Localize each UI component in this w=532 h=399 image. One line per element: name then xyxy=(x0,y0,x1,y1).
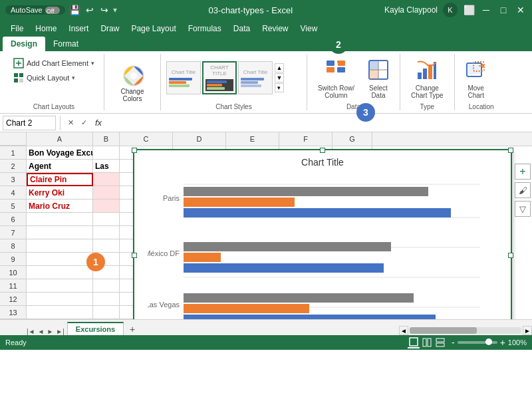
name-box[interactable] xyxy=(3,116,56,130)
row-num-10[interactable]: 10 xyxy=(0,266,26,279)
switch-row-col-button[interactable]: Switch Row/Column xyxy=(313,57,360,102)
menu-page-layout[interactable]: Page Layout xyxy=(126,23,181,35)
zoom-in-btn[interactable]: + xyxy=(500,337,505,348)
user-avatar[interactable]: K xyxy=(443,3,458,17)
scroll-right-btn[interactable]: ► xyxy=(523,326,532,335)
formula-input[interactable] xyxy=(107,116,529,130)
chart-add-element-btn[interactable]: + xyxy=(515,164,531,180)
col-header-B[interactable]: B xyxy=(93,132,120,146)
menu-formulas[interactable]: Formulas xyxy=(183,23,227,35)
menu-home[interactable]: Home xyxy=(30,23,62,35)
move-chart-button[interactable]: MoveChart xyxy=(460,57,492,102)
tab-design[interactable]: Design xyxy=(3,37,45,51)
select-data-button[interactable]: SelectData xyxy=(362,57,394,102)
menu-data[interactable]: Data xyxy=(228,23,255,35)
cell-B8[interactable] xyxy=(93,239,120,253)
tab-nav-last[interactable]: ►| xyxy=(56,328,65,335)
cell-A1[interactable]: Bon Voyage Excursions xyxy=(27,146,93,160)
cell-B1[interactable] xyxy=(93,146,120,160)
cell-B2[interactable]: Las xyxy=(93,160,120,173)
change-chart-type-button[interactable]: ChangeChart Type xyxy=(406,57,449,102)
chart-handle-mr[interactable] xyxy=(508,253,513,258)
row-num-2[interactable]: 2 xyxy=(0,160,26,173)
chart-handle-ml[interactable] xyxy=(132,253,137,258)
row-num-1[interactable]: 1 xyxy=(0,146,26,160)
maximize-button[interactable]: □ xyxy=(497,4,509,16)
zoom-slider[interactable] xyxy=(458,341,497,344)
chart-style-3[interactable]: Chart Title xyxy=(238,61,273,94)
autosave-pill[interactable]: Off xyxy=(45,7,60,14)
confirm-formula-button[interactable]: ✓ xyxy=(78,117,90,129)
page-break-view-btn[interactable] xyxy=(434,336,446,348)
chart-container[interactable]: Chart Title Paris México DF Las Vegas xyxy=(133,149,512,319)
cell-A5[interactable]: Mario Cruz xyxy=(27,200,93,213)
row-num-7[interactable]: 7 xyxy=(0,226,26,239)
quick-layout-button[interactable]: Quick Layout ▾ xyxy=(9,71,79,84)
cancel-formula-button[interactable]: ✕ xyxy=(65,117,76,129)
menu-file[interactable]: File xyxy=(5,23,29,35)
cell-A3[interactable]: Claire Pin xyxy=(27,173,93,186)
cell-A2[interactable]: Agent xyxy=(27,160,93,173)
cell-B6[interactable] xyxy=(93,213,120,226)
cell-A4[interactable]: Kerry Oki xyxy=(27,186,93,200)
tab-format[interactable]: Format xyxy=(45,37,86,51)
tab-nav-prev[interactable]: ◄ xyxy=(38,328,45,335)
chart-filter-btn[interactable]: ▽ xyxy=(515,201,531,217)
chart-style-btn[interactable]: 🖌 xyxy=(515,182,531,198)
style-scroll-down[interactable]: ▼ xyxy=(275,73,284,82)
zoom-out-btn[interactable]: - xyxy=(452,337,455,348)
menu-draw[interactable]: Draw xyxy=(95,23,124,35)
style-scroll-more[interactable]: ▾ xyxy=(275,83,284,92)
chart-style-2[interactable]: CHART TITLE xyxy=(202,61,237,94)
change-colors-button[interactable]: Change Colors xyxy=(110,61,155,105)
menu-insert[interactable]: Insert xyxy=(63,23,94,35)
cell-B5[interactable] xyxy=(93,200,120,213)
autosave-toggle[interactable]: AutoSave Off xyxy=(5,5,65,15)
add-sheet-button[interactable]: + xyxy=(125,323,140,335)
col-header-E[interactable]: E xyxy=(226,132,279,146)
row-num-5[interactable]: 5 xyxy=(0,200,26,213)
chart-style-1[interactable]: Chart Title xyxy=(166,61,201,94)
col-header-D[interactable]: D xyxy=(173,132,226,146)
scroll-thumb[interactable] xyxy=(410,327,477,334)
cell-A8[interactable] xyxy=(27,239,93,253)
cell-A7[interactable] xyxy=(27,226,93,239)
zoom-thumb[interactable] xyxy=(485,338,492,345)
style-scroll-up[interactable]: ▲ xyxy=(275,63,284,72)
ribbon-toggle[interactable]: ⬜ xyxy=(463,4,475,16)
save-button[interactable]: 💾 xyxy=(69,4,81,16)
cell-B3[interactable] xyxy=(93,173,120,186)
scroll-left-btn[interactable]: ◄ xyxy=(399,326,408,335)
close-button[interactable]: ✕ xyxy=(515,4,527,16)
menu-view[interactable]: View xyxy=(295,23,323,35)
chart-handle-tr[interactable] xyxy=(508,148,513,153)
row-num-9[interactable]: 9 xyxy=(0,253,26,266)
sheet-tab-excursions[interactable]: Excursions xyxy=(67,322,124,335)
redo-button[interactable]: ↪ xyxy=(98,4,110,16)
chart-handle-tm[interactable] xyxy=(320,148,325,153)
col-header-C[interactable]: C xyxy=(120,132,173,146)
row-num-4[interactable]: 4 xyxy=(0,186,26,200)
minimize-button[interactable]: ─ xyxy=(480,4,492,16)
add-chart-element-button[interactable]: Add Chart Element ▾ xyxy=(9,57,98,70)
tab-nav-next[interactable]: ► xyxy=(47,328,53,335)
row-num-12[interactable]: 12 xyxy=(0,293,26,306)
col-header-F[interactable]: F xyxy=(279,132,332,146)
col-header-A[interactable]: A xyxy=(27,132,93,146)
col-header-G[interactable]: G xyxy=(332,132,372,146)
tab-nav-first[interactable]: |◄ xyxy=(27,328,35,335)
scroll-track[interactable] xyxy=(410,327,521,334)
menu-review[interactable]: Review xyxy=(257,23,293,35)
cell-B4[interactable] xyxy=(93,186,120,200)
undo-button[interactable]: ↩ xyxy=(84,4,96,16)
row-num-3[interactable]: 3 xyxy=(0,173,26,186)
row-num-8[interactable]: 8 xyxy=(0,239,26,253)
row-num-11[interactable]: 11 xyxy=(0,279,26,293)
row-num-6[interactable]: 6 xyxy=(0,213,26,226)
page-layout-view-btn[interactable] xyxy=(421,336,433,348)
chart-handle-tl[interactable] xyxy=(132,148,137,153)
row-num-13[interactable]: 13 xyxy=(0,306,26,319)
select-all-button[interactable] xyxy=(0,132,27,146)
cell-B7[interactable] xyxy=(93,226,120,239)
normal-view-btn[interactable] xyxy=(408,336,420,348)
